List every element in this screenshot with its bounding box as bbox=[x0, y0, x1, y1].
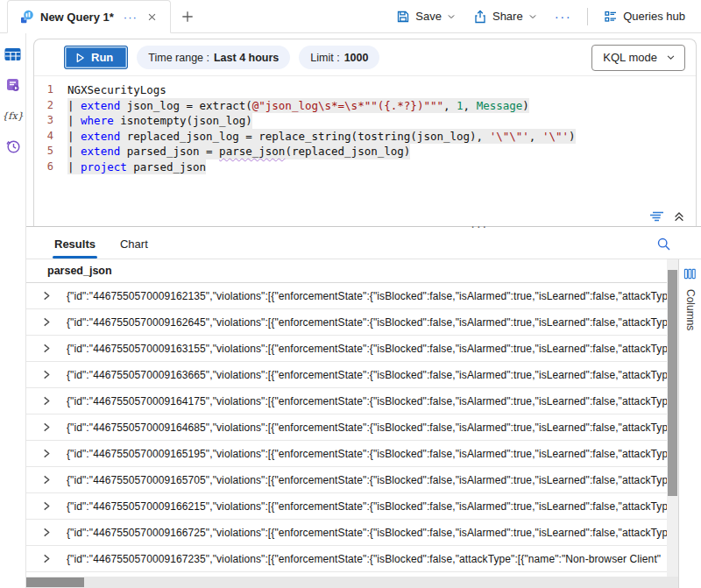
table-row[interactable]: {"id":"4467550570009163665","violations"… bbox=[26, 362, 667, 388]
run-button[interactable]: Run bbox=[64, 46, 128, 69]
row-json-value: {"id":"4467550570009164685","violations"… bbox=[67, 422, 667, 434]
columns-panel-label[interactable]: Columns bbox=[684, 289, 697, 330]
horizontal-scrollbar[interactable] bbox=[26, 577, 678, 588]
code-text: | where isnotempty(json_log) bbox=[67, 113, 252, 129]
share-icon bbox=[473, 10, 487, 24]
tab-more-button[interactable]: ··· bbox=[124, 11, 138, 24]
code-text: | project parsed_json bbox=[67, 159, 206, 175]
body: {fx} Run Time rang bbox=[0, 33, 701, 588]
azure-data-explorer-window: New Query 1* ··· Save bbox=[0, 0, 701, 588]
row-expand-icon[interactable] bbox=[26, 528, 67, 537]
left-rail: {fx} bbox=[0, 33, 26, 588]
row-json-value: {"id":"4467550570009163665","violations"… bbox=[67, 369, 667, 381]
code-text: | extend parsed_json = parse_json(replac… bbox=[67, 144, 410, 159]
row-expand-icon[interactable] bbox=[26, 291, 67, 301]
kql-mode-value: KQL mode bbox=[603, 51, 657, 64]
editor-footer bbox=[34, 207, 696, 226]
functions-icon[interactable]: {fx} bbox=[4, 107, 22, 124]
code-line[interactable]: 1NGXSecurityLogs bbox=[34, 82, 696, 98]
code-text: | extend replaced_json_log = replace_str… bbox=[67, 129, 576, 145]
tab-close-icon[interactable] bbox=[144, 8, 161, 25]
time-range-filter[interactable]: Time range : Last 4 hours bbox=[137, 46, 290, 69]
limit-value: 1000 bbox=[344, 52, 369, 64]
table-row[interactable]: {"id":"4467550570009164175","violations"… bbox=[26, 388, 667, 414]
vertical-scrollbar-thumb[interactable] bbox=[668, 270, 677, 496]
grid-rows: {"id":"4467550570009162135","violations"… bbox=[26, 283, 667, 577]
queries-hub-label: Queries hub bbox=[623, 10, 685, 23]
query-toolbar: Run Time range : Last 4 hours Limit : 10… bbox=[34, 39, 696, 76]
row-json-value: {"id":"4467550570009164175","violations"… bbox=[67, 395, 667, 407]
vertical-scrollbar[interactable] bbox=[667, 259, 678, 577]
search-icon[interactable] bbox=[656, 237, 671, 251]
table-row[interactable]: {"id":"4467550570009162645","violations"… bbox=[26, 309, 667, 336]
limit-filter[interactable]: Limit : 1000 bbox=[299, 46, 379, 69]
table-row[interactable]: {"id":"4467550570009165705","violations"… bbox=[26, 467, 667, 493]
columns-icon[interactable] bbox=[683, 267, 697, 280]
code-line[interactable]: 2| extend json_log = extract(@"json_log\… bbox=[34, 98, 696, 114]
row-expand-icon[interactable] bbox=[26, 554, 67, 563]
code-line[interactable]: 4| extend replaced_json_log = replace_st… bbox=[34, 129, 696, 145]
row-json-value: {"id":"4467550570009162645","violations"… bbox=[67, 316, 667, 329]
code-line[interactable]: 6| project parsed_json bbox=[34, 159, 696, 175]
format-lines-icon[interactable] bbox=[649, 210, 664, 223]
kql-mode-selector[interactable]: KQL mode bbox=[591, 45, 685, 71]
line-number: 3 bbox=[34, 113, 67, 129]
share-button[interactable]: Share bbox=[466, 6, 544, 27]
row-json-value: {"id":"4467550570009165705","violations"… bbox=[67, 474, 667, 486]
table-row[interactable]: {"id":"4467550570009163155","violations"… bbox=[26, 336, 667, 362]
code-text: NGXSecurityLogs bbox=[67, 82, 166, 98]
table-row[interactable]: {"id":"4467550570009165195","violations"… bbox=[26, 441, 667, 467]
limit-label: Limit : bbox=[310, 52, 339, 64]
row-expand-icon[interactable] bbox=[26, 501, 67, 511]
table-icon[interactable] bbox=[4, 46, 22, 63]
row-expand-icon[interactable] bbox=[26, 475, 67, 485]
row-json-value: {"id":"4467550570009167235","violations"… bbox=[67, 553, 667, 565]
line-number: 6 bbox=[34, 159, 67, 175]
query-pane: Run Time range : Last 4 hours Limit : 10… bbox=[33, 39, 697, 226]
adx-query-icon bbox=[20, 10, 34, 24]
new-tab-button[interactable] bbox=[171, 0, 204, 32]
code-text: | extend json_log = extract(@"json_log\s… bbox=[67, 98, 529, 114]
row-expand-icon[interactable] bbox=[26, 317, 67, 327]
table-row[interactable]: {"id":"4467550570009166725","violations"… bbox=[26, 520, 667, 546]
row-json-value: {"id":"4467550570009166215","violations"… bbox=[67, 500, 667, 513]
history-icon[interactable] bbox=[4, 138, 22, 155]
share-label: Share bbox=[492, 10, 523, 23]
row-json-value: {"id":"4467550570009166725","violations"… bbox=[67, 527, 667, 539]
row-expand-icon[interactable] bbox=[26, 370, 67, 379]
chevron-down-icon bbox=[528, 12, 537, 21]
column-header-parsed-json[interactable]: parsed_json bbox=[26, 259, 667, 283]
save-button[interactable]: Save bbox=[389, 6, 463, 27]
row-json-value: {"id":"4467550570009163155","violations"… bbox=[67, 343, 667, 355]
time-range-value: Last 4 hours bbox=[214, 52, 279, 64]
more-actions-button[interactable]: ··· bbox=[548, 9, 579, 24]
table-row[interactable]: {"id":"4467550570009164685","violations"… bbox=[26, 414, 667, 441]
table-row[interactable]: {"id":"4467550570009162135","violations"… bbox=[26, 283, 667, 309]
table-row[interactable]: {"id":"4467550570009167235","violations"… bbox=[26, 546, 667, 572]
run-label: Run bbox=[91, 51, 113, 64]
horizontal-scrollbar-thumb[interactable] bbox=[26, 577, 84, 587]
line-number: 2 bbox=[34, 98, 67, 114]
line-number: 1 bbox=[34, 82, 67, 98]
code-line[interactable]: 3| where isnotempty(json_log) bbox=[34, 113, 696, 129]
code-line[interactable]: 5| extend parsed_json = parse_json(repla… bbox=[34, 144, 696, 159]
save-label: Save bbox=[415, 10, 442, 23]
collapse-query-pane-icon[interactable] bbox=[673, 210, 685, 223]
tab-results[interactable]: Results bbox=[46, 230, 104, 259]
tab-title: New Query 1* bbox=[40, 11, 114, 24]
line-number: 4 bbox=[34, 129, 67, 145]
row-expand-icon[interactable] bbox=[26, 396, 67, 406]
query-editor[interactable]: 1NGXSecurityLogs2| extend json_log = ext… bbox=[34, 76, 696, 207]
tab-chart[interactable]: Chart bbox=[111, 230, 157, 259]
row-expand-icon[interactable] bbox=[26, 422, 67, 432]
table-row[interactable]: {"id":"4467550570009166215","violations"… bbox=[26, 493, 667, 520]
row-expand-icon[interactable] bbox=[26, 344, 67, 353]
time-range-label: Time range : bbox=[148, 52, 209, 64]
row-expand-icon[interactable] bbox=[26, 449, 67, 458]
line-number: 5 bbox=[34, 144, 67, 159]
tab-new-query-1[interactable]: New Query 1* ··· bbox=[7, 0, 171, 33]
results-pane: Results Chart parsed_json {"id":"4467550… bbox=[26, 226, 701, 588]
saved-queries-icon[interactable] bbox=[4, 76, 22, 94]
divider bbox=[587, 8, 588, 25]
queries-hub-button[interactable]: Queries hub bbox=[597, 6, 692, 27]
